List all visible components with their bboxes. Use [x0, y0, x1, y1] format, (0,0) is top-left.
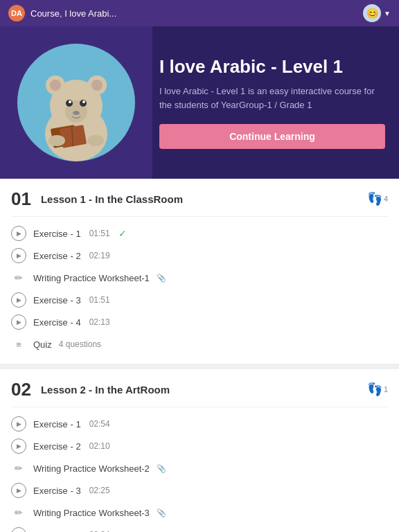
worksheet-icon: ✏: [11, 461, 26, 476]
attachment-icon: 📎: [157, 274, 166, 283]
play-button[interactable]: ▶: [11, 438, 26, 454]
play-button[interactable]: ▶: [11, 416, 26, 432]
lesson-header-1: 01Lesson 1 - In the ClassRoom👣4: [11, 190, 388, 208]
list-item[interactable]: ≡Quiz4 questions: [11, 333, 388, 355]
play-button[interactable]: ▶: [11, 292, 26, 308]
list-item[interactable]: ✏Writing Practice Worksheet-3📎: [11, 502, 388, 524]
worksheet-icon: ✏: [11, 505, 26, 520]
worksheet-label: Writing Practice Worksheet-2: [33, 463, 150, 474]
worksheet-icon: ✏: [11, 270, 26, 285]
divider: [11, 407, 388, 407]
list-item[interactable]: ▶Exercise - 101:51✓: [11, 222, 388, 245]
exercise-label: Exercise - 1: [33, 419, 81, 429]
lesson-name: Lesson 2 - In the ArtRoom: [41, 384, 170, 396]
hero-title: I love Arabic - Level 1: [159, 56, 385, 78]
bear-mascot-svg: [21, 51, 132, 161]
list-item[interactable]: ▶Exercise - 102:54: [11, 413, 388, 435]
svg-point-10: [82, 100, 85, 103]
avatar-dropdown-arrow[interactable]: ▼: [384, 10, 391, 17]
exercise-time: 02:13: [89, 317, 110, 327]
worksheet-label: Writing Practice Worksheet-1: [33, 273, 150, 283]
hero-content: I love Arabic - Level 1 I love Arabic - …: [152, 26, 399, 179]
lesson-number: 01: [11, 190, 31, 208]
footprint-icon: 👣4: [367, 191, 388, 206]
quiz-label: Quiz: [33, 339, 52, 350]
svg-point-11: [73, 111, 80, 115]
exercise-label: Exercise - 2: [33, 441, 81, 452]
list-item[interactable]: ▶Exercise - 302:25: [11, 479, 388, 502]
svg-point-15: [48, 135, 65, 146]
hero-description: I love Arabic - Level 1 is an easy inter…: [159, 85, 385, 112]
exercise-label: Exercise - 4: [33, 530, 81, 533]
footprint-icon: 👣1: [367, 382, 388, 397]
play-button[interactable]: ▶: [11, 226, 26, 241]
exercise-time: 02:19: [89, 251, 110, 260]
lesson-header-2: 02Lesson 2 - In the ArtRoom👣1: [11, 380, 388, 398]
exercise-time: 02:25: [89, 486, 110, 495]
attachment-icon: 📎: [157, 464, 166, 473]
exercise-label: Exercise - 4: [33, 317, 81, 328]
exercise-label: Exercise - 2: [33, 251, 81, 261]
exercise-time: 01:51: [89, 229, 110, 238]
quiz-questions: 4 questions: [59, 339, 101, 349]
exercise-time: 01:51: [89, 295, 110, 305]
lessons-container: 01Lesson 1 - In the ClassRoom👣4▶Exercise…: [0, 179, 399, 532]
nav-course-title: Course, I love Arabi...: [30, 8, 116, 19]
lesson-header-left: 02Lesson 2 - In the ArtRoom: [11, 380, 170, 398]
list-item[interactable]: ▶Exercise - 202:19: [11, 245, 388, 267]
completion-checkmark: ✓: [118, 228, 127, 239]
da-logo-badge: DA: [8, 5, 25, 21]
exercise-label: Exercise - 3: [33, 295, 81, 305]
quiz-icon: ≡: [11, 337, 26, 352]
divider: [11, 216, 388, 217]
lesson-section-1: 01Lesson 1 - In the ClassRoom👣4▶Exercise…: [0, 179, 399, 364]
hero-mascot-circle: [17, 44, 135, 161]
exercise-label: Exercise - 1: [33, 229, 81, 239]
list-item[interactable]: ▶Exercise - 301:51: [11, 289, 388, 311]
lesson-name: Lesson 1 - In the ClassRoom: [41, 193, 183, 205]
svg-point-5: [91, 80, 103, 91]
top-navigation: DA Course, I love Arabi... 😊 ▼: [0, 0, 399, 26]
list-item[interactable]: ✏Writing Practice Worksheet-1📎: [11, 267, 388, 289]
hero-section: I love Arabic - Level 1 I love Arabic - …: [0, 26, 399, 179]
exercise-label: Exercise - 3: [33, 486, 81, 496]
nav-left: DA Course, I love Arabi...: [8, 5, 116, 21]
play-button[interactable]: ▶: [11, 527, 26, 532]
svg-point-9: [69, 100, 71, 103]
continue-learning-button[interactable]: Continue Learning: [159, 124, 385, 149]
exercise-time: 02:10: [89, 441, 110, 451]
nav-right[interactable]: 😊 ▼: [363, 4, 391, 22]
user-avatar[interactable]: 😊: [363, 4, 381, 22]
svg-point-16: [87, 135, 104, 146]
hero-image-area: [0, 26, 152, 179]
list-item[interactable]: ✏Writing Practice Worksheet-2📎: [11, 457, 388, 479]
play-button[interactable]: ▶: [11, 248, 26, 263]
lesson-number: 02: [11, 380, 31, 398]
play-button[interactable]: ▶: [11, 483, 26, 498]
list-item[interactable]: ▶Exercise - 402:24: [11, 524, 388, 532]
lesson-header-left: 01Lesson 1 - In the ClassRoom: [11, 190, 183, 208]
attachment-icon: 📎: [157, 508, 166, 517]
svg-point-3: [50, 80, 61, 91]
list-item[interactable]: ▶Exercise - 402:13: [11, 311, 388, 333]
list-item[interactable]: ▶Exercise - 202:10: [11, 435, 388, 457]
worksheet-label: Writing Practice Worksheet-3: [33, 508, 150, 518]
exercise-time: 02:54: [89, 419, 110, 429]
lesson-section-2: 02Lesson 2 - In the ArtRoom👣1▶Exercise -…: [0, 369, 399, 532]
play-button[interactable]: ▶: [11, 314, 26, 330]
